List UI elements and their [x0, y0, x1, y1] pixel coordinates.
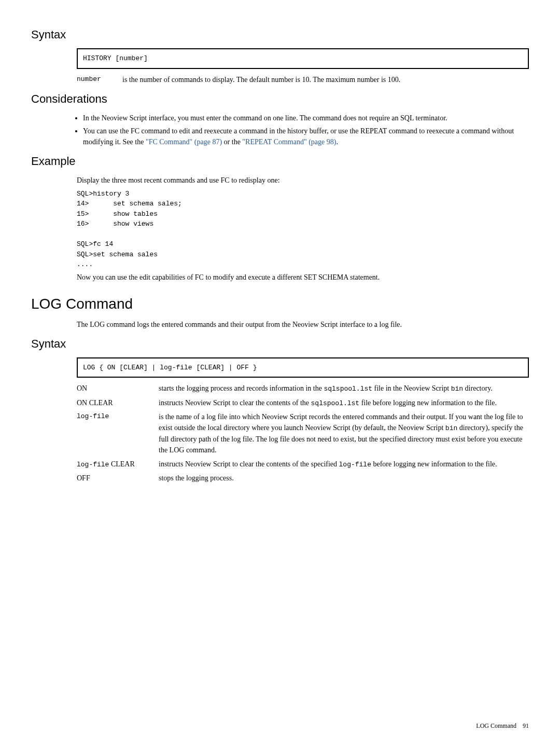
logfile-label: log-file — [77, 411, 159, 455]
logfileclear-label-plain: CLEAR — [109, 460, 134, 468]
onclear-desc-mono1: sqlspool.lst — [311, 399, 360, 407]
consideration-item-2: You can use the FC command to edit and r… — [83, 126, 529, 147]
fc-command-link[interactable]: "FC Command" (page 87) — [146, 138, 222, 146]
considerations-heading: Considerations — [31, 90, 529, 107]
on-desc-pre: starts the logging process and records i… — [159, 384, 324, 392]
on-desc: starts the logging process and records i… — [159, 383, 529, 394]
syntax-heading: Syntax — [31, 26, 529, 43]
example-code: SQL>history 3 14> set schema sales; 15> … — [77, 189, 529, 270]
footer-title: LOG Command — [476, 722, 516, 729]
history-syntax-box: HISTORY [number] — [77, 48, 529, 69]
logfileclear-desc-mono1: log-file — [339, 461, 371, 468]
off-param-row: OFF stops the logging process. — [77, 473, 529, 483]
on-desc-mono2: bin — [451, 385, 463, 393]
onclear-desc-post: file before logging new information to t… — [359, 399, 497, 407]
syntax2-heading: Syntax — [31, 335, 529, 352]
example-heading: Example — [31, 153, 529, 170]
footer-page: 91 — [523, 722, 529, 729]
logfileclear-param-row: log-file CLEAR instructs Neoview Script … — [77, 459, 529, 470]
on-desc-mid: file in the Neoview Script — [372, 384, 451, 392]
onclear-param-row: ON CLEAR instructs Neoview Script to cle… — [77, 397, 529, 409]
repeat-command-link[interactable]: "REPEAT Command" (page 98) — [242, 138, 336, 146]
logfileclear-desc: instructs Neoview Script to clear the co… — [159, 459, 529, 470]
on-desc-post: directory. — [463, 384, 493, 392]
log-syntax-box: LOG { ON [CLEAR] | log-file [CLEAR] | OF… — [77, 357, 529, 378]
page-footer: LOG Command 91 — [476, 721, 529, 730]
log-command-intro: The LOG command logs the entered command… — [77, 319, 529, 330]
number-param-desc: is the number of commands to display. Th… — [122, 74, 529, 85]
onclear-desc: instructs Neoview Script to clear the co… — [159, 397, 529, 409]
on-param-row: ON starts the logging process and record… — [77, 383, 529, 394]
consideration-2-post: . — [336, 138, 338, 146]
onclear-label: ON CLEAR — [77, 397, 159, 409]
off-label: OFF — [77, 473, 159, 483]
consideration-item-1: In the Neoview Script interface, you mus… — [83, 113, 529, 123]
log-command-heading: LOG Command — [31, 293, 529, 315]
on-label: ON — [77, 383, 159, 394]
logfileclear-desc-post: before logging new information to the fi… — [371, 460, 497, 468]
off-desc: stops the logging process. — [159, 473, 529, 483]
number-param-name: number — [77, 74, 122, 85]
logfileclear-desc-pre: instructs Neoview Script to clear the co… — [159, 460, 339, 468]
logfileclear-label: log-file CLEAR — [77, 459, 159, 470]
on-desc-mono1: sqlspool.lst — [324, 385, 372, 393]
logfile-desc: is the name of a log file into which Neo… — [159, 411, 529, 455]
example-intro: Display the three most recent commands a… — [77, 175, 529, 186]
example-outro: Now you can use the edit capabilities of… — [77, 272, 529, 283]
logfile-param-row: log-file is the name of a log file into … — [77, 411, 529, 455]
logfileclear-label-mono: log-file — [77, 461, 109, 468]
considerations-list: In the Neoview Script interface, you mus… — [83, 113, 529, 147]
onclear-desc-pre: instructs Neoview Script to clear the co… — [159, 399, 311, 407]
logfile-desc-mono1: bin — [445, 424, 457, 432]
consideration-2-mid: or the — [222, 138, 242, 146]
number-param-row: number is the number of commands to disp… — [77, 74, 529, 85]
